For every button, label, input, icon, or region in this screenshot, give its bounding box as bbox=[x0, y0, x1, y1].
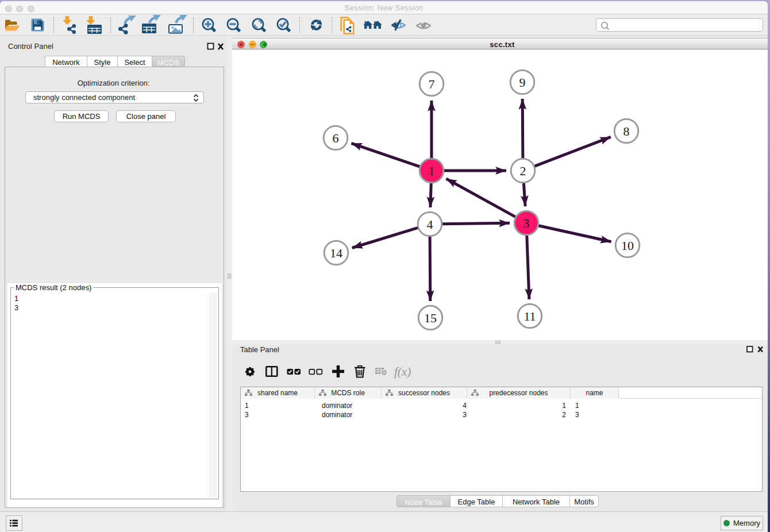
svg-text:14: 14 bbox=[330, 246, 342, 260]
svg-text:10: 10 bbox=[621, 238, 634, 253]
svg-text:8: 8 bbox=[623, 124, 630, 138]
svg-text:4: 4 bbox=[427, 217, 433, 232]
svg-text:7: 7 bbox=[429, 77, 435, 91]
svg-text:9: 9 bbox=[519, 75, 526, 90]
svg-text:15: 15 bbox=[424, 311, 437, 325]
svg-text:6: 6 bbox=[333, 131, 339, 145]
svg-text:3: 3 bbox=[523, 216, 530, 230]
svg-text:f(x): f(x) bbox=[394, 365, 411, 379]
svg-text:2: 2 bbox=[520, 164, 526, 178]
svg-text:11: 11 bbox=[523, 309, 536, 323]
svg-text:1: 1 bbox=[429, 164, 435, 178]
